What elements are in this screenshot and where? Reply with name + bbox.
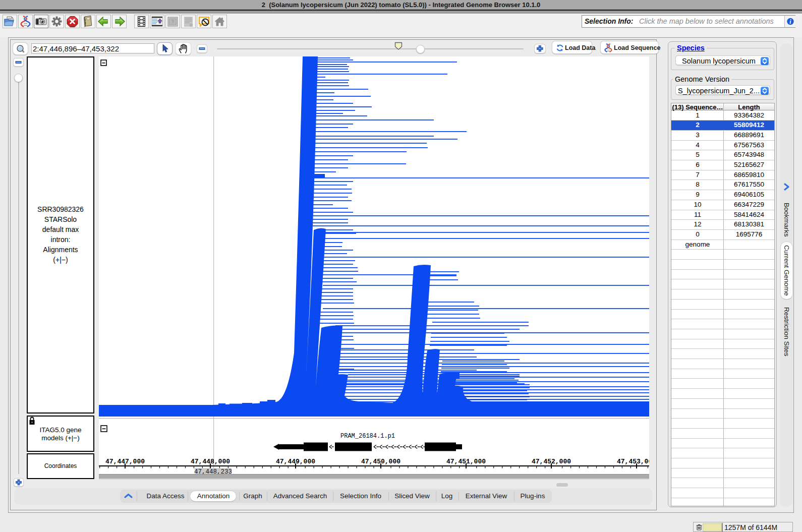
svg-text:47,451,000: 47,451,000 [446, 458, 486, 465]
svg-text:47,453,000: 47,453,000 [617, 458, 649, 465]
svg-text:PRAM_26184.1.p1: PRAM_26184.1.p1 [340, 433, 395, 440]
svg-text:47,448,000: 47,448,000 [191, 458, 230, 465]
svg-text:47,452,000: 47,452,000 [532, 458, 571, 465]
svg-text:47,447,000: 47,447,000 [105, 458, 145, 465]
svg-text:47,449,000: 47,449,000 [276, 458, 315, 465]
svg-text:47,450,000: 47,450,000 [361, 458, 400, 465]
